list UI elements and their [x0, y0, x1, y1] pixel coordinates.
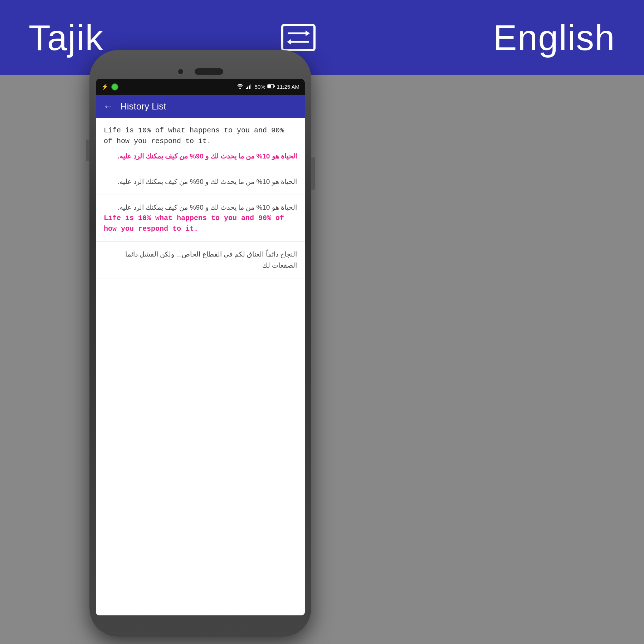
- phone-body: ⚡: [89, 50, 311, 637]
- svg-rect-12: [274, 86, 275, 87]
- history-item-4[interactable]: النجاح دائماً العناق لكم في القطاع الخاص…: [96, 242, 305, 278]
- time-display: 11:25 AM: [277, 84, 299, 90]
- wifi-icon: [236, 83, 244, 91]
- history-item-2[interactable]: الحياة هو 10% من ما يحدث لك و 90% من كيف…: [96, 169, 305, 195]
- speaker: [195, 68, 223, 75]
- power-button: [311, 157, 315, 190]
- battery-percent: 50%: [255, 84, 265, 90]
- history-item-1-arabic-pink: الحياة هو 10% من ما يحدث لك و 90% من كيف…: [104, 151, 297, 162]
- status-right: 50% 11:25 AM: [236, 83, 299, 91]
- svg-marker-4: [287, 39, 291, 45]
- svg-rect-8: [249, 86, 250, 89]
- history-item-1[interactable]: Life is 10% of what happens to you and 9…: [96, 118, 305, 169]
- app-header: ← History List: [96, 95, 305, 118]
- history-item-3[interactable]: الحياة هو 10% من ما يحدث لك و 90% من كيف…: [96, 195, 305, 242]
- front-camera: [177, 68, 184, 75]
- history-item-1-english: Life is 10% of what happens to you and 9…: [104, 125, 297, 147]
- target-language[interactable]: English: [493, 17, 615, 58]
- status-bar: ⚡: [96, 79, 305, 95]
- svg-marker-2: [306, 30, 310, 36]
- phone-device: ⚡: [89, 50, 311, 637]
- notification-icon: [111, 83, 118, 91]
- volume-button: [86, 140, 89, 161]
- svg-rect-0: [282, 25, 314, 50]
- history-list[interactable]: Life is 10% of what happens to you and 9…: [96, 118, 305, 615]
- history-item-2-arabic: الحياة هو 10% من ما يحدث لك و 90% من كيف…: [104, 176, 297, 187]
- history-item-4-arabic: النجاح دائماً العناق لكم في القطاع الخاص…: [104, 249, 297, 271]
- svg-rect-9: [250, 84, 251, 89]
- svg-point-5: [239, 88, 241, 89]
- screen-title: History List: [120, 101, 166, 112]
- svg-rect-7: [247, 87, 248, 89]
- status-left: ⚡: [101, 83, 118, 91]
- battery-icon: [267, 84, 275, 90]
- history-item-3-arabic: الحياة هو 10% من ما يحدث لك و 90% من كيف…: [104, 202, 297, 213]
- history-item-3-english-pink: Life is 10% what happens to you and 90% …: [104, 213, 297, 234]
- svg-rect-11: [268, 85, 271, 88]
- phone-screen: ⚡: [96, 79, 305, 615]
- swap-languages-button[interactable]: [280, 23, 316, 52]
- back-button[interactable]: ←: [103, 101, 113, 112]
- signal-icon: [246, 83, 253, 90]
- usb-icon: ⚡: [101, 83, 108, 90]
- svg-rect-6: [246, 88, 247, 89]
